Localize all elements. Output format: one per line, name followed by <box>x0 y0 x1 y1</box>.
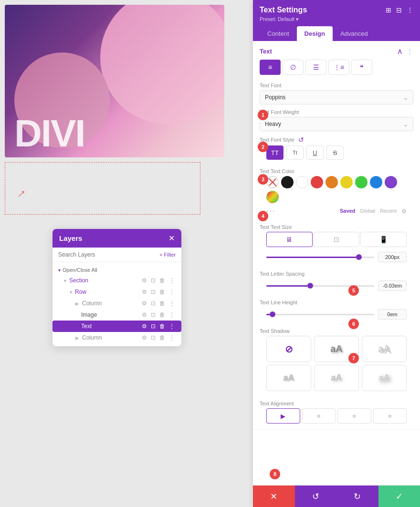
text-gear-icon[interactable]: ⚙ <box>142 323 147 330</box>
size-slider-thumb[interactable] <box>356 254 362 260</box>
color-transparent[interactable] <box>266 176 279 188</box>
align-quote-button[interactable]: ❝ <box>351 60 372 75</box>
color-tabs: Saved Global Recent ⚙ <box>340 208 407 215</box>
layers-close-button[interactable]: ✕ <box>168 234 175 243</box>
confirm-button[interactable]: ✓ <box>378 486 420 507</box>
col2-more-icon[interactable]: ⋮ <box>169 334 175 341</box>
color-tab-global[interactable]: Global <box>360 208 375 215</box>
font-style-tt-small[interactable]: Tt <box>286 145 304 160</box>
layers-filter-button[interactable]: + Filter <box>159 252 176 258</box>
text-align-left[interactable]: ≡ <box>302 408 336 424</box>
image-gear-icon[interactable]: ⚙ <box>142 311 147 318</box>
layers-item-column-1[interactable]: ▶ Column ⚙ ⊡ 🗑 ⋮ <box>52 298 181 309</box>
align-list-button[interactable]: ☰ <box>305 60 326 75</box>
color-yellow[interactable] <box>340 176 353 188</box>
row-delete-icon[interactable]: 🗑 <box>159 289 165 295</box>
font-select[interactable]: Poppins <box>260 90 413 104</box>
image-copy-icon[interactable]: ⊡ <box>151 311 156 318</box>
shadow-option-4[interactable]: aA <box>314 365 359 391</box>
col2-gear-icon[interactable]: ⚙ <box>142 334 147 341</box>
font-style-reset-icon[interactable]: ↺ <box>298 136 304 144</box>
section-delete-icon[interactable]: 🗑 <box>159 277 165 284</box>
align-none-button[interactable]: ∅ <box>283 60 304 75</box>
color-white[interactable] <box>296 176 308 188</box>
section-collapse-icon[interactable]: ∧ <box>397 47 403 56</box>
layers-open-close[interactable]: ▾ Open/Close All <box>52 265 181 275</box>
section-gear-icon[interactable]: ⚙ <box>142 277 147 284</box>
text-align-right[interactable]: ≡ <box>373 408 407 424</box>
shadow-none[interactable]: ⊘ <box>266 336 311 362</box>
color-purple[interactable] <box>385 176 397 188</box>
size-value[interactable]: 200px <box>378 252 407 262</box>
text-align-play[interactable]: ▶ <box>266 408 300 424</box>
device-desktop[interactable]: 🖥 <box>266 232 313 247</box>
color-settings-icon[interactable]: ⚙ <box>401 208 407 215</box>
row-gear-icon[interactable]: ⚙ <box>142 289 147 295</box>
redo-button[interactable]: ↻ <box>336 486 378 507</box>
col1-gear-icon[interactable]: ⚙ <box>142 300 147 307</box>
text-more-icon[interactable]: ⋮ <box>169 323 175 330</box>
row-more-icon[interactable]: ⋮ <box>169 289 175 295</box>
align-ordered-button[interactable]: ⋮≡ <box>328 60 349 75</box>
shadow-option-5[interactable]: aA <box>362 365 407 391</box>
col2-copy-icon[interactable]: ⊡ <box>151 334 156 341</box>
color-green[interactable] <box>355 176 368 188</box>
line-height-thumb[interactable] <box>270 311 275 317</box>
cancel-button[interactable]: ✕ <box>253 486 295 507</box>
section-copy-icon[interactable]: ⊡ <box>151 277 156 284</box>
align-left-button[interactable]: ≡ <box>260 60 281 75</box>
panel-title: Text Settings <box>260 6 307 14</box>
tab-design[interactable]: Design <box>297 26 333 41</box>
font-style-strikethrough[interactable]: S <box>326 145 344 160</box>
color-blue[interactable] <box>370 176 382 188</box>
tab-advanced[interactable]: Advanced <box>333 26 376 41</box>
line-height-slider-track[interactable] <box>266 314 374 315</box>
layers-item-text[interactable]: Text ⚙ ⊡ 🗑 ⋮ <box>52 321 181 332</box>
font-weight-select-wrapper: Heavy <box>260 117 413 131</box>
layers-item-section[interactable]: ▾ Section ⚙ ⊡ 🗑 ⋮ <box>52 275 181 286</box>
layers-search-input[interactable] <box>58 251 156 258</box>
letter-spacing-slider-track[interactable] <box>266 285 374 287</box>
undo-button[interactable]: ↺ <box>295 486 337 507</box>
color-tab-saved[interactable]: Saved <box>340 208 355 215</box>
color-black[interactable] <box>281 176 294 188</box>
size-slider-track[interactable] <box>266 257 374 258</box>
font-style-underline[interactable]: U <box>306 145 324 160</box>
text-delete-icon[interactable]: 🗑 <box>159 323 165 330</box>
shadow-option-3[interactable]: aA <box>266 365 311 391</box>
col1-more-icon[interactable]: ⋮ <box>169 300 175 307</box>
layers-item-column-2[interactable]: ▶ Column ⚙ ⊡ 🗑 ⋮ <box>52 332 181 343</box>
device-tablet[interactable]: ⊡ <box>314 232 360 247</box>
color-red[interactable] <box>311 176 323 188</box>
letter-spacing-value[interactable]: -0.03em <box>378 280 407 291</box>
tab-content[interactable]: Content <box>260 26 297 41</box>
font-style-tt[interactable]: TT <box>266 145 284 160</box>
panel-preset[interactable]: Preset: Default ▾ <box>260 16 413 22</box>
shadow-option-2[interactable]: aA <box>362 336 407 362</box>
image-delete-icon[interactable]: 🗑 <box>159 311 165 318</box>
section-more-icon[interactable]: ⋮ <box>169 277 175 284</box>
section-arrow: ▾ <box>64 278 66 283</box>
col1-copy-icon[interactable]: ⊡ <box>151 300 156 307</box>
color-orange[interactable] <box>326 176 338 188</box>
layers-item-row[interactable]: ▾ Row ⚙ ⊡ 🗑 ⋮ <box>52 286 181 298</box>
letter-spacing-thumb[interactable] <box>307 283 313 289</box>
line-height-value[interactable]: 0em <box>378 309 407 320</box>
section-more-icon[interactable]: ⋮ <box>407 48 413 55</box>
device-mobile[interactable]: 📱 <box>360 232 407 247</box>
color-tab-recent[interactable]: Recent <box>380 208 397 215</box>
shadow-text-3: aA <box>283 373 294 383</box>
badge-6: 6 <box>348 319 359 329</box>
font-weight-select[interactable]: Heavy <box>260 117 413 131</box>
row-copy-icon[interactable]: ⊡ <box>151 289 156 295</box>
text-copy-icon[interactable]: ⊡ <box>151 323 156 330</box>
panel-icon-grid[interactable]: ⊞ <box>386 6 391 14</box>
panel-icon-columns[interactable]: ⊟ <box>396 6 402 14</box>
col1-delete-icon[interactable]: 🗑 <box>159 300 165 307</box>
layers-item-image[interactable]: Image ⚙ ⊡ 🗑 ⋮ <box>52 309 181 321</box>
panel-icon-more[interactable]: ⋮ <box>407 6 413 14</box>
color-multi[interactable] <box>266 191 279 203</box>
text-align-center[interactable]: ≡ <box>337 408 371 424</box>
col2-delete-icon[interactable]: 🗑 <box>159 334 165 341</box>
image-more-icon[interactable]: ⋮ <box>169 311 175 318</box>
